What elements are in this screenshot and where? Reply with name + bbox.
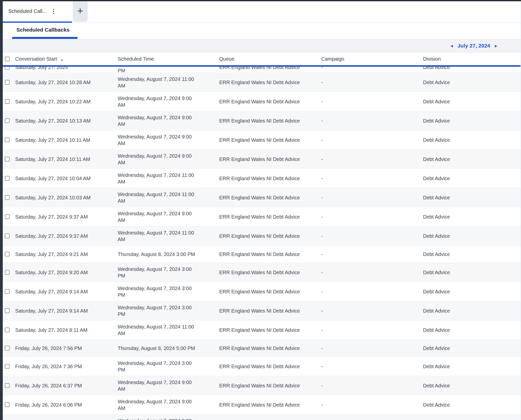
row-checkbox[interactable] [5, 402, 10, 407]
cell-scheduled-time: Wednesday, August 7, 2024 9:00AM [118, 114, 219, 127]
cell-conversation-start: Saturday, July 27, 2024 9:21 AM [15, 251, 118, 258]
row-checkbox[interactable] [5, 234, 10, 238]
table-row[interactable]: Saturday, July 27, 2024 10:22 AM Wednesd… [0, 92, 520, 111]
cell-queue: ERR England Wales NI Debt Advice [219, 402, 321, 408]
table-row[interactable]: Saturday, July 27, 2024 9:21 AM Thursday… [0, 245, 520, 263]
table-row[interactable]: Saturday, July 27, 2024 10:28 AM Wednesd… [0, 73, 520, 92]
section-tab-indicator [12, 37, 78, 39]
table-row[interactable]: Saturday, July 27, 2024 8:11 AM Wednesda… [0, 320, 520, 339]
row-checkbox[interactable] [5, 157, 10, 161]
app-window: Scheduled Call... + Scheduled Callbacks … [0, 0, 521, 420]
cell-conversation-start: Saturday, July 27, 2024 10:11 AM [15, 137, 118, 143]
table-body: Saturday, July 27, 2024 Wednesday, Augus… [0, 67, 520, 420]
row-checkbox[interactable] [5, 346, 10, 351]
date-label[interactable]: July 27, 2024 [457, 43, 490, 49]
table-row[interactable]: Saturday, July 27, 2024 9:14 AM Wednesda… [0, 301, 520, 320]
cell-conversation-start: Saturday, July 27, 2024 10:22 AM [15, 98, 118, 105]
cell-scheduled-time: Wednesday, August 7, 2024 11:00AM [118, 76, 219, 89]
table-row[interactable]: Saturday, July 27, 2024 10:11 AM Wednesd… [0, 149, 520, 169]
tab-title: Scheduled Call... [8, 8, 46, 14]
cell-campaign: - [321, 156, 423, 162]
row-checkbox[interactable] [5, 383, 10, 388]
window-edge-top [0, 0, 521, 1]
column-header-conversation-start[interactable]: Conversation Start▲ [15, 56, 118, 62]
cell-queue: ERR England Wales NI Debt Advice [219, 269, 321, 276]
cell-campaign: - [321, 288, 423, 295]
table-row[interactable]: Saturday, July 27, 2024 9:14 AM Wednesda… [0, 282, 520, 301]
cell-division: Debt Advice [423, 251, 520, 258]
cell-scheduled-time: Wednesday, August 7, 2024 9:00AM [118, 95, 219, 108]
table-row-clipped-bottom[interactable]: Friday, July 26, 2024 5:52 PM Wednesday,… [0, 414, 520, 420]
cell-conversation-start: Saturday, July 27, 2024 9:20 AM [15, 269, 118, 276]
row-checkbox[interactable] [5, 99, 10, 104]
cell-conversation-start: Saturday, July 27, 2024 10:28 AM [15, 79, 118, 86]
row-checkbox[interactable] [5, 364, 10, 369]
cell-queue: ERR England Wales NI Debt Advice [219, 156, 321, 162]
cell-division: Debt Advice [423, 402, 520, 408]
cell-queue: ERR England Wales NI Debt Advice [219, 233, 321, 239]
table-row[interactable]: Friday, July 26, 2024 6:37 PM Wednesday,… [0, 376, 520, 395]
cell-scheduled-time: Wednesday, August 7, 2024 9:00AM [118, 133, 219, 147]
cell-conversation-start: Saturday, July 27, 2024 10:13 AM [15, 118, 118, 124]
cell-division: Debt Advice [423, 137, 520, 143]
cell-division: Debt Advice [423, 175, 520, 182]
row-checkbox[interactable] [5, 137, 10, 142]
cell-division: Debt Advice [423, 194, 520, 201]
row-checkbox[interactable] [5, 80, 10, 85]
table-row[interactable]: Saturday, July 27, 2024 10:11 AM Wednesd… [0, 130, 520, 149]
cell-campaign: - [321, 79, 423, 86]
cell-campaign: - [321, 345, 423, 352]
table-row[interactable]: Saturday, July 27, 2024 9:37 AM Wednesda… [0, 226, 520, 245]
row-checkbox[interactable] [5, 214, 10, 219]
row-checkbox[interactable] [5, 289, 10, 294]
previous-day-button[interactable]: ◀ [450, 44, 453, 48]
table-row[interactable]: Friday, July 26, 2024 7:56 PM Thursday, … [0, 339, 520, 357]
cell-division: Debt Advice [423, 327, 520, 333]
column-header-division[interactable]: Division [423, 56, 520, 62]
cell-scheduled-time: Wednesday, August 7, 2024 3:00PM [118, 304, 219, 317]
cell-queue: ERR England Wales NI Debt Advice [219, 79, 321, 86]
row-checkbox[interactable] [5, 195, 10, 200]
next-day-button[interactable]: ▶ [495, 44, 497, 48]
section-tab-label: Scheduled Callbacks [16, 27, 69, 33]
table-row[interactable]: Saturday, July 27, 2024 10:03 AM Wednesd… [0, 188, 520, 207]
table-row[interactable]: Saturday, July 27, 2024 9:37 AM Wednesda… [0, 207, 520, 226]
row-checkbox[interactable] [5, 67, 10, 70]
new-tab-button[interactable]: + [73, 1, 88, 22]
row-checkbox[interactable] [5, 328, 10, 332]
kebab-menu-icon[interactable] [52, 7, 55, 15]
select-all-checkbox[interactable] [5, 57, 10, 61]
cell-queue: ERR England Wales NI Debt Advice [219, 118, 321, 124]
cell-division: Debt Advice [423, 233, 520, 239]
column-header-scheduled-time[interactable]: Scheduled Time [118, 56, 219, 62]
cell-campaign: - [321, 402, 423, 408]
table-row-clipped-top[interactable]: Saturday, July 27, 2024 Wednesday, Augus… [0, 67, 520, 73]
table-row[interactable]: Saturday, July 27, 2024 9:20 AM Wednesda… [0, 263, 520, 282]
row-checkbox[interactable] [5, 308, 10, 313]
column-header-campaign[interactable]: Campaign [321, 56, 423, 62]
table-row[interactable]: Saturday, July 27, 2024 10:04 AM Wednesd… [0, 169, 520, 188]
column-header-queue[interactable]: Queue [219, 56, 321, 62]
table-rows: Saturday, July 27, 2024 10:28 AM Wednesd… [0, 73, 520, 414]
row-checkbox[interactable] [5, 118, 10, 123]
tab-scheduled-callbacks[interactable]: Scheduled Call... [0, 0, 72, 22]
table-header: Conversation Start▲ Scheduled Time Queue… [0, 53, 520, 65]
cell-division: Debt Advice [423, 269, 520, 276]
plus-icon: + [77, 6, 83, 16]
cell-conversation-start: Friday, July 26, 2024 7:36 PM [15, 363, 118, 370]
cell-campaign: - [321, 308, 423, 314]
sort-ascending-icon: ▲ [61, 58, 63, 61]
tab-scheduled-callbacks-section[interactable]: Scheduled Callbacks [0, 23, 69, 39]
table-row[interactable]: Friday, July 26, 2024 6:06 PM Wednesday,… [0, 395, 520, 414]
cell-division: Debt Advice [423, 118, 520, 124]
cell-queue: ERR England Wales NI Debt Advice [219, 345, 321, 352]
cell-division: Debt Advice [423, 345, 520, 352]
table-row[interactable]: Saturday, July 27, 2024 10:13 AM Wednesd… [0, 111, 520, 130]
row-checkbox[interactable] [5, 176, 10, 181]
row-checkbox[interactable] [5, 270, 10, 275]
table-row[interactable]: Friday, July 26, 2024 7:36 PM Wednesday,… [0, 357, 520, 376]
cell-scheduled-time: Wednesday, August 7, 2024 11:00AM [118, 191, 219, 204]
row-checkbox[interactable] [5, 252, 10, 256]
cell-division: Debt Advice [423, 288, 520, 295]
cell-conversation-start: Saturday, July 27, 2024 9:37 AM [15, 214, 118, 220]
